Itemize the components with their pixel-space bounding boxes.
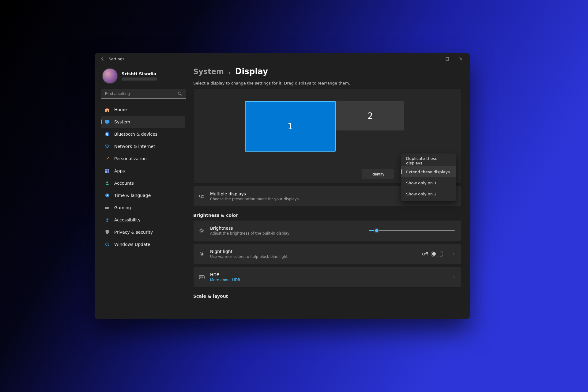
hdr-icon: HDR	[199, 274, 205, 280]
projection-option-only2[interactable]: Show only on 2	[401, 188, 456, 199]
svg-rect-7	[107, 169, 109, 171]
user-name: Srishti Sisodia	[122, 71, 157, 76]
maximize-button[interactable]	[440, 53, 454, 64]
sidebar-item-label: Windows Update	[114, 242, 150, 247]
hdr-more-link[interactable]: More about HDR	[210, 278, 443, 282]
wifi-icon	[104, 144, 110, 149]
minimize-button[interactable]	[427, 53, 440, 64]
sidebar-item-accounts[interactable]: Accounts	[101, 177, 185, 189]
sidebar-item-label: Privacy & security	[114, 230, 153, 235]
sidebar-item-label: Network & internet	[114, 144, 155, 149]
svg-point-5	[107, 148, 107, 148]
avatar	[102, 68, 118, 84]
sidebar-item-label: Gaming	[114, 205, 131, 210]
sidebar-item-apps[interactable]: Apps	[101, 165, 185, 177]
chevron-right-icon: ›	[228, 69, 231, 76]
search-input[interactable]	[101, 89, 186, 99]
night-light-icon	[199, 251, 205, 257]
svg-point-15	[107, 218, 107, 219]
chevron-right-icon: ›	[453, 275, 455, 280]
identify-button[interactable]: Identify	[362, 169, 394, 179]
projection-dropdown: Duplicate these displays Extend these di…	[401, 153, 456, 202]
multiple-displays-icon	[199, 194, 205, 199]
clock-globe-icon	[104, 193, 110, 198]
sidebar-item-system[interactable]: System	[101, 116, 185, 128]
shield-icon	[104, 229, 110, 235]
hdr-card[interactable]: HDR HDR More about HDR ›	[193, 267, 461, 288]
settings-window: Settings Srishti Sisodia	[95, 53, 470, 319]
brightness-slider[interactable]	[369, 230, 455, 231]
svg-point-20	[200, 252, 204, 256]
titlebar: Settings	[95, 53, 470, 64]
refresh-icon	[104, 242, 110, 247]
content-pane: System › Display Select a display to cha…	[188, 64, 470, 319]
accessibility-icon	[104, 217, 110, 223]
breadcrumb-parent[interactable]: System	[193, 67, 224, 76]
home-icon	[104, 107, 110, 112]
projection-option-only1[interactable]: Show only on 1	[401, 177, 456, 188]
app-title: Settings	[109, 57, 124, 61]
night-light-toggle[interactable]	[431, 251, 443, 257]
svg-point-18	[201, 230, 203, 232]
row-subtitle: Adjust the brightness of the built-in di…	[210, 231, 364, 236]
sidebar-item-network[interactable]: Network & internet	[101, 140, 185, 153]
svg-point-19	[201, 253, 202, 254]
user-block[interactable]: Srishti Sisodia	[102, 68, 185, 84]
svg-point-13	[108, 207, 108, 208]
svg-point-10	[106, 181, 108, 183]
svg-rect-9	[107, 171, 109, 173]
svg-rect-12	[105, 207, 109, 209]
sidebar-item-time[interactable]: Time & language	[101, 189, 185, 202]
sidebar-item-label: Bluetooth & devices	[114, 132, 157, 137]
monitor-2[interactable]: 2	[336, 101, 404, 130]
hint-text: Select a display to change the settings …	[193, 81, 461, 85]
brightness-icon	[199, 228, 205, 233]
display-arrangement: 1 2 Identify Duplicate these displays Ex…	[193, 89, 461, 183]
person-icon	[104, 180, 110, 186]
svg-rect-6	[105, 169, 107, 171]
svg-rect-0	[446, 58, 449, 60]
toggle-label: Off	[422, 252, 428, 256]
chevron-right-icon: ›	[453, 251, 455, 256]
close-button[interactable]	[454, 53, 467, 64]
svg-point-14	[108, 208, 109, 209]
monitor-1[interactable]: 1	[245, 101, 336, 152]
system-icon	[104, 119, 110, 125]
row-title: HDR	[210, 272, 443, 277]
sidebar-item-privacy[interactable]: Privacy & security	[101, 226, 185, 238]
sidebar-item-windows-update[interactable]: Windows Update	[101, 238, 185, 251]
svg-rect-8	[105, 171, 107, 173]
projection-option-duplicate[interactable]: Duplicate these displays	[401, 155, 456, 166]
back-button[interactable]	[99, 55, 106, 62]
sidebar-item-label: Accessibility	[114, 217, 141, 222]
night-light-card[interactable]: Night light Use warmer colors to help bl…	[193, 243, 461, 264]
page-title: Display	[235, 67, 268, 76]
svg-text:HDR: HDR	[200, 276, 204, 278]
brightness-card: Brightness Adjust the brightness of the …	[193, 220, 461, 241]
gamepad-icon	[104, 205, 110, 210]
sidebar: Srishti Sisodia Home System	[95, 64, 188, 319]
user-handle-redacted	[122, 77, 157, 81]
sidebar-item-label: Time & language	[114, 193, 151, 198]
sidebar-item-personalization[interactable]: Personalization	[101, 153, 185, 165]
sidebar-item-accessibility[interactable]: Accessibility	[101, 214, 185, 226]
sidebar-item-bluetooth[interactable]: Bluetooth & devices	[101, 128, 185, 140]
sidebar-item-label: Accounts	[114, 181, 134, 186]
projection-option-extend[interactable]: Extend these displays	[401, 166, 456, 177]
sidebar-item-label: System	[114, 119, 130, 124]
svg-rect-3	[106, 123, 108, 124]
paintbrush-icon	[104, 156, 110, 161]
row-title: Night light	[210, 249, 417, 254]
sidebar-item-label: Personalization	[114, 156, 147, 161]
section-brightness-color: Brightness & color	[193, 213, 461, 218]
sidebar-item-gaming[interactable]: Gaming	[101, 202, 185, 214]
sidebar-item-label: Home	[114, 107, 127, 112]
sidebar-nav: Home System Bluetooth & devices Network …	[101, 104, 185, 251]
row-subtitle: Use warmer colors to help block blue lig…	[210, 254, 417, 259]
sidebar-item-label: Apps	[114, 168, 125, 173]
bluetooth-icon	[104, 131, 110, 137]
svg-rect-17	[201, 196, 204, 198]
sidebar-item-home[interactable]: Home	[101, 104, 185, 116]
breadcrumb: System › Display	[193, 67, 461, 76]
slider-knob[interactable]	[374, 228, 379, 233]
